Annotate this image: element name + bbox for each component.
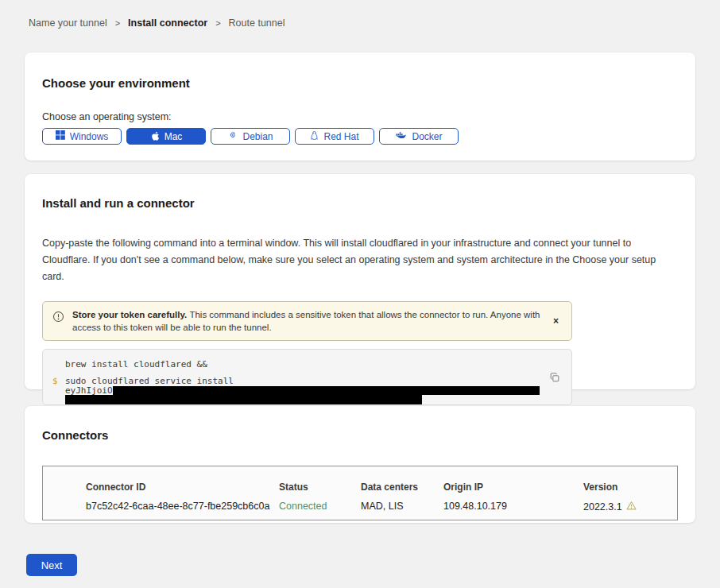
copy-icon[interactable] xyxy=(548,370,562,387)
redaction-bar xyxy=(113,386,540,395)
os-button-redhat[interactable]: Red Hat xyxy=(295,128,374,145)
docker-icon xyxy=(395,131,407,142)
breadcrumb-separator: > xyxy=(215,18,220,28)
os-button-label: Red Hat xyxy=(323,131,358,142)
status-badge: Connected xyxy=(279,501,361,513)
warning-triangle-icon xyxy=(626,501,637,513)
token-line: eyJhIjoiO xyxy=(65,386,571,395)
col-header-origin-ip: Origin IP xyxy=(443,482,583,493)
apple-icon xyxy=(150,130,160,143)
token-warning-text: Store your token carefully. This command… xyxy=(72,308,542,334)
cell-data-centers: MAD, LIS xyxy=(361,501,443,513)
install-connector-title: Install and run a connector xyxy=(42,196,678,210)
breadcrumb-route-tunnel[interactable]: Route tunnel xyxy=(229,17,285,29)
next-button[interactable]: Next xyxy=(26,554,77,576)
col-header-connector-id: Connector ID xyxy=(86,482,279,493)
shell-prompt: $ xyxy=(52,376,58,386)
token-warning-banner: Store your token carefully. This command… xyxy=(42,301,572,341)
os-button-row: Windows Mac Debian Red Hat Docker xyxy=(42,128,678,145)
cell-version: 2022.3.1 xyxy=(583,501,677,513)
os-button-windows[interactable]: Windows xyxy=(42,128,122,145)
os-select-label: Choose an operating system: xyxy=(42,111,678,122)
code-line-brew: brew install cloudflared && xyxy=(65,359,571,369)
install-connector-description: Copy-paste the following command into a … xyxy=(42,235,675,285)
code-line-sudo: sudo cloudflared service install xyxy=(65,376,571,386)
breadcrumb-install-connector[interactable]: Install connector xyxy=(128,17,207,29)
os-button-label: Mac xyxy=(165,131,183,142)
col-header-status: Status xyxy=(279,482,361,493)
token-line xyxy=(65,395,571,404)
close-icon[interactable]: × xyxy=(550,313,562,329)
token-warning-title: Store your token carefully. xyxy=(72,310,189,319)
windows-icon xyxy=(56,130,65,142)
install-command-code-block: brew install cloudflared && $ sudo cloud… xyxy=(42,349,572,405)
cell-origin-ip: 109.48.10.179 xyxy=(443,501,583,513)
breadcrumb-separator: > xyxy=(115,18,120,28)
col-header-version: Version xyxy=(583,482,677,493)
info-circle-icon xyxy=(52,311,64,326)
version-value: 2022.3.1 xyxy=(583,501,622,513)
redhat-icon xyxy=(310,130,319,143)
table-header-row: Connector ID Status Data centers Origin … xyxy=(86,482,677,493)
col-header-data-centers: Data centers xyxy=(361,482,443,493)
redaction-bar xyxy=(65,395,422,404)
os-button-debian[interactable]: Debian xyxy=(211,128,290,145)
os-button-label: Debian xyxy=(242,131,273,142)
install-connector-card: Install and run a connector Copy-paste t… xyxy=(25,174,695,389)
choose-environment-title: Choose your environment xyxy=(42,76,678,90)
os-button-label: Docker xyxy=(412,131,442,142)
os-button-mac[interactable]: Mac xyxy=(126,128,206,145)
table-row: b7c52c42-6caa-48ee-8c77-fbe259cb6c0a Con… xyxy=(86,501,677,513)
token-prefix: eyJhIjoiO xyxy=(65,386,113,395)
os-button-docker[interactable]: Docker xyxy=(379,128,459,145)
choose-environment-card: Choose your environment Choose an operat… xyxy=(25,52,695,161)
cell-connector-id: b7c52c42-6caa-48ee-8c77-fbe259cb6c0a xyxy=(86,501,279,513)
connectors-table: Connector ID Status Data centers Origin … xyxy=(42,466,678,520)
connectors-title: Connectors xyxy=(42,428,678,442)
debian-icon xyxy=(227,130,238,143)
os-button-label: Windows xyxy=(70,131,109,142)
connectors-card: Connectors Connector ID Status Data cent… xyxy=(25,406,695,523)
breadcrumb-name-your-tunnel[interactable]: Name your tunnel xyxy=(29,17,107,29)
breadcrumb: Name your tunnel > Install connector > R… xyxy=(29,17,285,29)
